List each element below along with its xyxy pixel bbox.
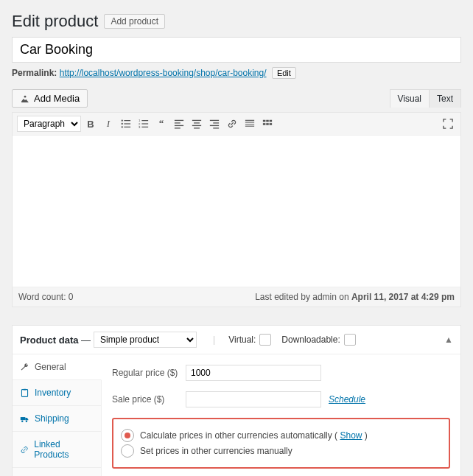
svg-rect-19 xyxy=(192,125,201,126)
tab-shipping[interactable]: Shipping xyxy=(13,406,101,432)
svg-rect-24 xyxy=(213,127,219,128)
svg-rect-6 xyxy=(124,127,130,127)
svg-rect-25 xyxy=(245,120,254,121)
svg-rect-30 xyxy=(266,120,269,122)
permalink-label: Permalink: xyxy=(12,68,57,78)
svg-point-5 xyxy=(122,126,123,127)
svg-rect-10 xyxy=(141,123,148,124)
italic-button[interactable]: I xyxy=(100,116,116,132)
svg-rect-8 xyxy=(141,120,148,121)
svg-rect-37 xyxy=(21,417,26,420)
word-count-value: 0 xyxy=(69,292,74,302)
svg-rect-22 xyxy=(213,122,219,123)
bold-button[interactable]: B xyxy=(83,116,99,132)
fullscreen-button[interactable] xyxy=(440,116,456,132)
downloadable-checkbox[interactable] xyxy=(344,334,356,346)
align-center-icon xyxy=(192,119,202,129)
product-title-input[interactable] xyxy=(12,37,461,63)
svg-rect-16 xyxy=(175,127,181,128)
svg-point-38 xyxy=(21,420,23,421)
word-count-label: Word count: xyxy=(18,292,66,302)
currency-pricing-box: Calculate prices in other currencies aut… xyxy=(112,418,450,469)
product-data-box: Product data — Simple product | Virtual:… xyxy=(12,325,461,476)
svg-rect-2 xyxy=(124,120,130,121)
svg-rect-33 xyxy=(266,123,269,125)
sale-price-label: Sale price ($) xyxy=(112,394,186,405)
radio-manual-label: Set prices in other currencies manually xyxy=(140,446,292,456)
tab-inventory[interactable]: Inventory xyxy=(13,380,101,406)
svg-text:3: 3 xyxy=(139,125,141,129)
regular-price-input[interactable] xyxy=(186,365,321,381)
wrench-icon xyxy=(20,363,29,372)
kitchen-sink-icon xyxy=(262,119,273,129)
editor: Paragraph B I 123 “ Word count: 0 Last e… xyxy=(12,112,461,307)
bullet-list-button[interactable] xyxy=(118,116,134,132)
svg-point-39 xyxy=(26,420,27,421)
blockquote-button[interactable]: “ xyxy=(153,116,169,132)
radio-auto-currency[interactable] xyxy=(121,429,134,442)
svg-rect-14 xyxy=(175,122,181,123)
svg-rect-29 xyxy=(263,120,266,122)
list-ol-icon: 123 xyxy=(139,119,149,129)
align-left-icon xyxy=(174,119,184,129)
svg-rect-32 xyxy=(263,123,266,125)
svg-rect-20 xyxy=(194,127,200,128)
align-right-button[interactable] xyxy=(206,116,223,132)
svg-rect-18 xyxy=(194,122,200,123)
svg-rect-23 xyxy=(210,125,219,126)
tab-text[interactable]: Text xyxy=(429,90,460,108)
svg-rect-35 xyxy=(21,389,27,396)
svg-point-3 xyxy=(122,123,123,125)
svg-point-1 xyxy=(122,119,123,121)
tab-linked-products[interactable]: Linked Products xyxy=(13,432,101,468)
add-media-button[interactable]: Add Media xyxy=(12,89,88,108)
svg-rect-13 xyxy=(175,120,183,121)
tab-visual[interactable]: Visual xyxy=(390,90,429,108)
svg-rect-4 xyxy=(124,123,130,124)
insert-more-button[interactable] xyxy=(242,116,258,132)
svg-rect-36 xyxy=(24,388,26,390)
last-edited: Last edited by admin on April 11, 2017 a… xyxy=(255,292,455,302)
media-icon xyxy=(20,94,30,104)
show-currencies-link[interactable]: Show xyxy=(340,430,362,441)
align-left-button[interactable] xyxy=(171,116,187,132)
link-icon xyxy=(227,119,237,129)
toolbar-toggle-button[interactable] xyxy=(259,116,276,132)
page-title: Edit product xyxy=(12,12,98,31)
tab-general[interactable]: General xyxy=(13,354,102,380)
align-right-icon xyxy=(209,119,220,129)
link-button[interactable] xyxy=(224,116,240,132)
more-icon xyxy=(245,119,255,129)
sale-price-input[interactable] xyxy=(186,391,321,407)
collapse-toggle[interactable]: ▲ xyxy=(444,335,453,345)
list-ul-icon xyxy=(121,119,131,129)
svg-rect-17 xyxy=(192,120,201,121)
svg-point-0 xyxy=(24,95,27,97)
product-data-title: Product data xyxy=(20,335,78,346)
format-select[interactable]: Paragraph xyxy=(17,116,81,132)
tab-attributes[interactable]: Attributes xyxy=(13,468,101,476)
downloadable-label: Downloadable: xyxy=(281,335,340,345)
fullscreen-icon xyxy=(443,119,453,129)
align-center-button[interactable] xyxy=(189,116,205,132)
virtual-checkbox[interactable] xyxy=(259,334,271,346)
svg-rect-26 xyxy=(245,122,254,122)
svg-rect-21 xyxy=(210,120,219,121)
virtual-label: Virtual: xyxy=(228,335,256,345)
radio-manual-currency[interactable] xyxy=(121,444,134,458)
permalink-link[interactable]: http://localhost/wordpress-booking/shop/… xyxy=(60,68,267,78)
clipboard-icon xyxy=(20,388,29,398)
permalink-edit-button[interactable]: Edit xyxy=(272,67,296,79)
svg-rect-28 xyxy=(245,126,254,127)
add-product-button[interactable]: Add product xyxy=(104,14,165,29)
editor-canvas[interactable] xyxy=(13,136,460,287)
product-type-select[interactable]: Simple product xyxy=(94,332,197,348)
svg-rect-15 xyxy=(175,125,183,126)
truck-icon xyxy=(20,414,29,424)
svg-rect-31 xyxy=(270,120,273,122)
number-list-button[interactable]: 123 xyxy=(136,116,152,132)
svg-rect-34 xyxy=(270,123,273,125)
svg-rect-27 xyxy=(245,124,254,125)
schedule-link[interactable]: Schedule xyxy=(329,394,365,405)
regular-price-label: Regular price ($) xyxy=(112,368,186,378)
